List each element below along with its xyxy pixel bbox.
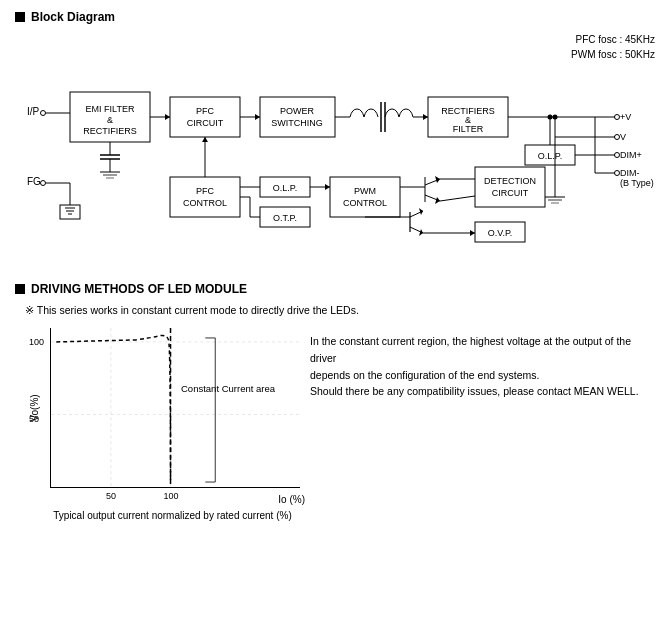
svg-rect-7: [60, 205, 80, 219]
chart-y-tick-50: 50: [29, 414, 39, 424]
svg-text:DIM-: DIM-: [620, 168, 640, 178]
svg-marker-89: [325, 184, 330, 190]
block-diagram-header: Block Diagram: [15, 10, 655, 24]
svg-rect-24: [170, 97, 240, 137]
svg-text:O.L.P.: O.L.P.: [538, 151, 562, 161]
block-diagram-area: PFC fosc : 45KHz PWM fosc : 50KHz I/P FG: [15, 32, 655, 262]
driving-desc-line2: depends on the configuration of the end …: [310, 367, 655, 384]
svg-rect-29: [260, 97, 335, 137]
svg-text:V: V: [620, 132, 626, 142]
chart-container: Vo(%) 100 50 50 100 Io (%) Constant Curr…: [15, 328, 295, 521]
svg-marker-101: [419, 208, 423, 215]
svg-text:PWM: PWM: [354, 186, 376, 196]
block-diagram-section: Block Diagram PFC fosc : 45KHz PWM fosc …: [15, 10, 655, 262]
svg-text:I/P: I/P: [27, 106, 40, 117]
svg-rect-77: [475, 167, 545, 207]
svg-text:CONTROL: CONTROL: [343, 198, 387, 208]
driving-methods-title: DRIVING METHODS OF LED MODULE: [31, 282, 247, 296]
svg-marker-94: [435, 176, 440, 183]
svg-text:CIRCUIT: CIRCUIT: [187, 118, 224, 128]
svg-marker-28: [255, 114, 260, 120]
driving-content: Vo(%) 100 50 50 100 Io (%) Constant Curr…: [15, 328, 655, 521]
svg-text:CONTROL: CONTROL: [183, 198, 227, 208]
svg-rect-74: [330, 177, 400, 217]
svg-text:O.T.P.: O.T.P.: [273, 213, 297, 223]
svg-point-54: [615, 153, 620, 158]
svg-text:PFC: PFC: [196, 186, 215, 196]
svg-text:FG: FG: [27, 176, 41, 187]
driving-section-icon: [15, 284, 25, 294]
svg-point-1: [41, 111, 46, 116]
driving-methods-section: DRIVING METHODS OF LED MODULE ※ This ser…: [15, 282, 655, 521]
svg-text:O.L.P.: O.L.P.: [273, 183, 297, 193]
chart-x-tick-100: 100: [163, 491, 178, 501]
chart-caption: Typical output current normalized by rat…: [50, 510, 295, 521]
svg-text:DETECTION: DETECTION: [484, 176, 536, 186]
svg-point-48: [615, 135, 620, 140]
driving-desc-line1: In the constant current region, the high…: [310, 333, 655, 367]
driving-methods-header: DRIVING METHODS OF LED MODULE: [15, 282, 655, 296]
block-diagram-title: Block Diagram: [31, 10, 115, 24]
chart-x-tick-50: 50: [106, 491, 116, 501]
svg-text:CIRCUIT: CIRCUIT: [492, 188, 529, 198]
svg-marker-23: [165, 114, 170, 120]
driving-description: In the constant current region, the high…: [310, 328, 655, 400]
svg-point-62: [548, 115, 553, 120]
svg-rect-67: [170, 177, 240, 217]
svg-marker-36: [423, 114, 428, 120]
driving-subtitle: ※ This series works in constant current …: [15, 304, 655, 316]
svg-text:O.V.P.: O.V.P.: [488, 228, 513, 238]
svg-text:POWER: POWER: [280, 106, 315, 116]
section-header-icon: [15, 12, 25, 22]
svg-text:SWITCHING: SWITCHING: [271, 118, 323, 128]
svg-marker-106: [470, 230, 475, 236]
svg-text:(B Type): (B Type): [620, 178, 654, 188]
svg-marker-83: [202, 137, 208, 142]
driving-desc-line3: Should there be any compatibility issues…: [310, 383, 655, 400]
svg-marker-95: [435, 197, 440, 204]
svg-text:EMI FILTER: EMI FILTER: [86, 104, 135, 114]
svg-text:&: &: [107, 115, 113, 125]
svg-text:+V: +V: [620, 112, 631, 122]
svg-point-44: [615, 115, 620, 120]
svg-text:FILTER: FILTER: [453, 124, 484, 134]
svg-text:PFC: PFC: [196, 106, 215, 116]
chart-svg: [51, 328, 300, 487]
svg-text:RECTIFIERS: RECTIFIERS: [83, 126, 137, 136]
svg-point-58: [615, 171, 620, 176]
svg-text:DIM+: DIM+: [620, 150, 642, 160]
chart-x-label: Io (%): [278, 494, 305, 505]
block-diagram-svg: I/P FG EMI FILTER & RECTIFIERS: [15, 32, 655, 262]
svg-marker-102: [419, 229, 423, 236]
chart-y-tick-100: 100: [29, 337, 44, 347]
svg-point-3: [41, 181, 46, 186]
chart-area: Vo(%) 100 50 50 100 Io (%) Constant Curr…: [50, 328, 300, 488]
svg-line-97: [440, 196, 475, 201]
